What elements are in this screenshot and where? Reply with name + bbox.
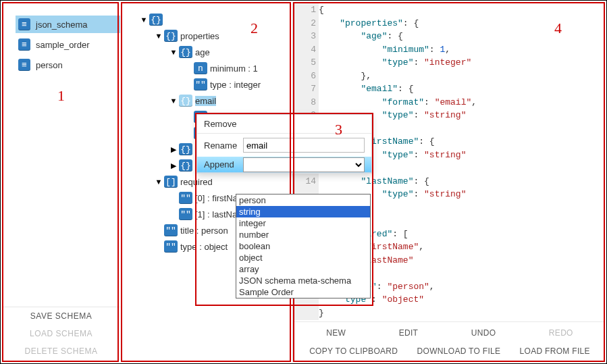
action-edit[interactable]: EDIT: [396, 327, 421, 339]
popup-remove-label: Remove: [204, 119, 236, 129]
append-option[interactable]: JSON schema meta-schema: [236, 275, 370, 286]
tree-row-label: type : object: [180, 242, 228, 252]
action-new[interactable]: NEW: [323, 327, 348, 339]
document-icon: ≡: [18, 59, 30, 71]
tree-row[interactable]: ""type : integer: [124, 76, 291, 93]
code-panel: 1234567891011121314 { "properties": { "a…: [294, 2, 605, 362]
tree-row-label: title : person: [180, 226, 228, 236]
append-option[interactable]: integer: [236, 217, 370, 229]
schema-item-label: sample_order: [36, 40, 90, 50]
save-schema-button[interactable]: SAVE SCHEMA: [2, 307, 120, 325]
tree-row-label: required: [180, 177, 213, 187]
code-actions: NEWEDITUNDOREDO COPY TO CLIPBOARDDOWNLOA…: [294, 321, 605, 362]
type-chip: {}: [179, 143, 192, 155]
context-popup: Remove Rename Append: [196, 114, 372, 174]
document-icon: ≡: [18, 18, 30, 30]
popup-append-dropdown[interactable]: personstringintegernumberbooleanobjectar…: [236, 194, 371, 298]
tree-row[interactable]: ▼[]required: [124, 174, 291, 190]
twist-icon[interactable]: ▼: [168, 48, 179, 56]
tree-row-label: email: [195, 96, 216, 106]
schema-item-label: json_schema: [36, 20, 88, 30]
tree-row[interactable]: ▼{}age: [124, 44, 291, 60]
twist-icon[interactable]: ▼: [168, 97, 179, 105]
append-option[interactable]: string: [236, 206, 370, 217]
append-option[interactable]: object: [236, 252, 370, 263]
action-copy-to-clipboard[interactable]: COPY TO CLIPBOARD: [307, 345, 400, 357]
append-option[interactable]: number: [236, 229, 370, 240]
popup-rename-input[interactable]: [243, 138, 365, 153]
popup-remove[interactable]: Remove: [197, 115, 371, 134]
schema-list-panel: ≡json_schema≡sample_order≡person SAVE SC…: [2, 2, 120, 363]
tree-row[interactable]: ▼{}email: [124, 93, 291, 109]
schema-item-sample_order[interactable]: ≡sample_order: [16, 36, 120, 53]
zone-2-label: 2: [250, 21, 258, 36]
popup-append-label: Append: [204, 159, 243, 170]
type-chip: "": [164, 240, 178, 253]
append-option[interactable]: Sample Order: [236, 286, 370, 298]
twist-icon[interactable]: ▼: [138, 16, 149, 24]
twist-icon[interactable]: ▶: [168, 145, 179, 154]
action-download-to-file[interactable]: DOWNLOAD TO FILE: [415, 345, 504, 357]
schema-item-label: person: [36, 60, 63, 70]
append-option[interactable]: array: [236, 263, 370, 275]
document-icon: ≡: [18, 38, 30, 51]
tree-row-label: age: [195, 47, 210, 57]
type-chip: "": [179, 208, 192, 220]
action-redo[interactable]: REDO: [546, 327, 576, 339]
twist-icon[interactable]: ▶: [168, 161, 179, 170]
type-chip: {}: [179, 95, 192, 107]
type-chip: "": [194, 78, 207, 90]
action-undo[interactable]: UNDO: [469, 327, 499, 339]
actions-row-1: NEWEDITUNDOREDO: [300, 327, 600, 339]
tree-row-label: minimum : 1: [210, 63, 258, 74]
tree-row-label: type : integer: [210, 80, 261, 90]
zone-4-label: 4: [554, 21, 562, 36]
load-schema-button[interactable]: LOAD SCHEMA: [2, 325, 120, 342]
schema-tree: ▼{}▼{}properties▼{}agenminimum : 1""type…: [124, 2, 291, 363]
schema-buttons: SAVE SCHEMA LOAD SCHEMA DELETE SCHEMA: [2, 307, 120, 360]
popup-rename-row: Rename: [197, 134, 371, 157]
delete-schema-button[interactable]: DELETE SCHEMA: [2, 342, 120, 360]
action-load-from-file[interactable]: LOAD FROM FILE: [517, 345, 593, 357]
schema-list: ≡json_schema≡sample_order≡person: [2, 16, 120, 74]
type-chip: n: [194, 62, 207, 74]
tree-row[interactable]: ▼{}: [124, 11, 291, 28]
type-chip: {}: [164, 30, 178, 42]
popup-rename-label: Rename: [204, 140, 243, 151]
popup-append-select[interactable]: [243, 157, 365, 172]
type-chip: "": [164, 224, 178, 236]
schema-item-json_schema[interactable]: ≡json_schema: [16, 16, 120, 33]
zone-1-label: 1: [57, 88, 65, 103]
twist-icon[interactable]: ▼: [153, 178, 164, 186]
type-chip: []: [164, 176, 178, 188]
popup-append-row: Append: [197, 157, 371, 173]
tree-row-label: properties: [180, 31, 219, 41]
zone-3-label: 3: [335, 122, 342, 137]
actions-row-2: COPY TO CLIPBOARDDOWNLOAD TO FILELOAD FR…: [300, 345, 600, 357]
type-chip: {}: [149, 14, 163, 26]
type-chip: "": [179, 192, 192, 204]
type-chip: {}: [179, 159, 192, 172]
tree-row[interactable]: nminimum : 1: [124, 60, 291, 76]
append-option[interactable]: boolean: [236, 240, 370, 252]
twist-icon[interactable]: ▼: [153, 32, 164, 40]
append-option[interactable]: person: [236, 194, 370, 206]
schema-item-person[interactable]: ≡person: [16, 56, 120, 74]
tree-row[interactable]: ▼{}properties: [124, 28, 291, 44]
type-chip: {}: [179, 46, 192, 58]
